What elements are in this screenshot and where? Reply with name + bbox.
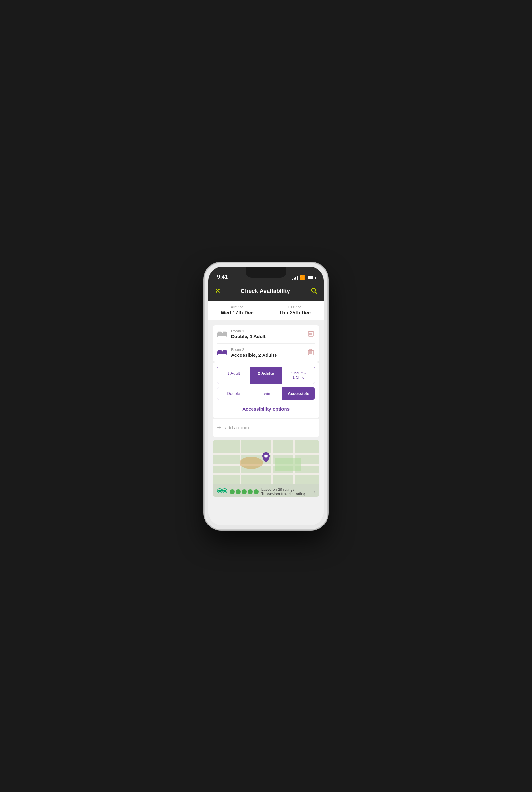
svg-rect-6 [226,335,227,336]
add-room-button[interactable]: + add a room [213,419,319,437]
arriving-label: Arriving [208,305,266,309]
svg-rect-3 [218,332,222,334]
guest-option-2-adults[interactable]: 2 Adults [250,367,282,384]
map-road-v2 [271,440,273,484]
svg-rect-19 [226,354,227,355]
room-2-row[interactable]: Room 2 Accessible, 2 Adults [213,344,319,362]
tripadvisor-logo [217,487,227,496]
svg-point-30 [218,490,221,492]
arriving-value: Wed 17th Dec [208,310,266,316]
room-1-info: Room 1 Double, 1 Adult [231,329,307,339]
svg-line-1 [315,292,317,293]
leaving-date[interactable]: Leaving Thu 25th Dec [266,304,324,317]
room-1-label: Room 1 [231,329,307,333]
status-time: 9:41 [217,274,228,280]
room-type-twin[interactable]: Twin [250,387,282,400]
leaving-value: Thu 25th Dec [266,310,324,316]
map-highlight [274,458,301,471]
ta-info: based on 28 ratings TripAdvisor travelle… [261,487,311,496]
map-background [213,440,319,484]
room-2-desc: Accessible, 2 Adults [231,352,307,358]
room-type-accessible[interactable]: Accessible [282,387,315,400]
room-type-double[interactable]: Double [217,387,250,400]
svg-rect-18 [217,354,218,355]
svg-rect-4 [223,332,227,334]
svg-point-32 [224,490,226,492]
ta-rating-circles [230,489,259,494]
room-2-info: Room 2 Accessible, 2 Adults [231,348,307,358]
svg-rect-5 [217,335,218,336]
page-title: Check Availability [241,288,290,295]
accessibility-options-link[interactable]: Accessibility options [217,403,315,413]
svg-rect-16 [218,350,222,353]
content-area: Room 1 Double, 1 Adult [208,320,324,526]
battery-icon [307,276,315,279]
guest-selector: 1 Adult 2 Adults 1 Adult &1 Child [217,367,315,384]
room-selector-section: 1 Adult 2 Adults 1 Adult &1 Child Double… [213,363,319,418]
room-1-row[interactable]: Room 1 Double, 1 Adult [213,325,319,344]
svg-point-33 [221,489,224,491]
svg-rect-17 [223,350,227,353]
close-button[interactable]: ✕ [215,287,220,295]
ta-circle-3 [242,489,247,494]
date-bar: Arriving Wed 17th Dec Leaving Thu 25th D… [208,300,324,320]
ta-circle-4 [248,489,253,494]
ta-label: TripAdvisor traveller rating [261,492,311,496]
room-2-delete-button[interactable] [307,348,315,358]
room-type-selector: Double Twin Accessible [217,387,315,400]
ta-rating-text: based on 28 ratings [261,487,311,492]
ta-circle-5 [254,489,259,494]
map-road-h3 [213,473,319,475]
room-2-label: Room 2 [231,348,307,352]
nav-bar: ✕ Check Availability [208,282,324,300]
room-1-delete-button[interactable] [307,329,315,339]
map-orange-area [240,457,263,469]
signal-icon [292,275,298,280]
wifi-icon: 📶 [300,275,305,280]
room-1-desc: Double, 1 Adult [231,334,307,339]
phone-screen: 9:41 📶 ✕ Check Availability [208,267,324,526]
ta-circle-2 [236,489,241,494]
notch [246,267,286,278]
add-room-label: add a room [225,425,249,430]
ta-chevron-icon: › [313,489,315,495]
ta-circle-1 [230,489,235,494]
search-button[interactable] [310,287,317,296]
map-section[interactable]: based on 28 ratings TripAdvisor travelle… [213,440,319,497]
guest-option-1-adult[interactable]: 1 Adult [217,367,250,384]
bed-icon-room2 [217,348,227,357]
status-icons: 📶 [292,275,315,280]
map-road-h2 [213,464,319,466]
add-icon: + [217,424,221,432]
guest-option-1-adult-child[interactable]: 1 Adult &1 Child [282,367,315,384]
phone-frame: 9:41 📶 ✕ Check Availability [205,263,327,529]
tripadvisor-row[interactable]: based on 28 ratings TripAdvisor travelle… [213,484,319,497]
rooms-card: Room 1 Double, 1 Adult [213,325,319,362]
leaving-label: Leaving [266,305,324,309]
svg-point-28 [264,454,268,457]
bed-icon-room1 [217,330,227,338]
arriving-date[interactable]: Arriving Wed 17th Dec [208,304,266,317]
bottom-spacer [208,497,324,503]
map-pin [262,452,270,464]
